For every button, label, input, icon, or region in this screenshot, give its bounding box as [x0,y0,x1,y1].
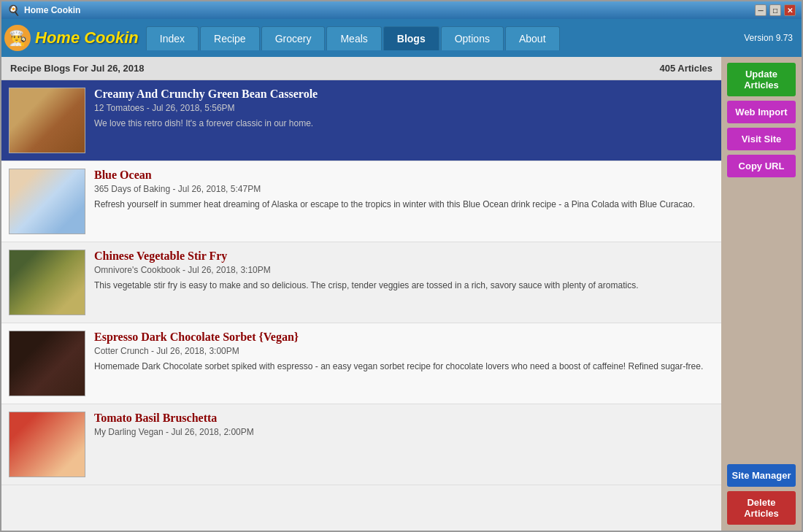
article-item[interactable]: Tomato Basil Bruschetta My Darling Vegan… [1,404,721,485]
app-icon: 🍳 [7,4,20,16]
version-text: Version 9.73 [744,33,799,43]
main-panel: Recipe Blogs For Jul 26, 2018 405 Articl… [1,57,721,531]
article-meta: Omnivore's Cookbook - Jul 26, 2018, 3:10… [94,265,714,275]
update-articles-button[interactable]: Update Articles [727,63,796,96]
panel-title: Recipe Blogs For Jul 26, 2018 [10,63,145,74]
tab-blogs[interactable]: Blogs [383,26,439,50]
tab-about[interactable]: About [505,26,560,50]
article-item[interactable]: Chinese Vegetable Stir Fry Omnivore's Co… [1,242,721,323]
article-meta: Cotter Crunch - Jul 26, 2018, 3:00PM [94,346,714,356]
site-manager-button[interactable]: Site Manager [727,464,796,487]
article-title: Creamy And Crunchy Green Bean Casserole [94,88,714,101]
nav-tabs: Index Recipe Grocery Meals Blogs Options… [146,26,560,50]
article-item[interactable]: Creamy And Crunchy Green Bean Casserole … [1,80,721,161]
article-meta: 365 Days of Baking - Jul 26, 2018, 5:47P… [94,184,714,194]
article-content: Espresso Dark Chocolate Sorbet {Vegan} C… [94,331,714,373]
web-import-button[interactable]: Web Import [727,101,796,123]
tab-index[interactable]: Index [146,26,199,50]
article-thumbnail [9,412,85,477]
app-logo: 👨‍🍳 Home Cookin [4,25,139,51]
app-window: 🍳 Home Cookin ─ □ ✕ 👨‍🍳 Home Cookin Inde… [0,0,803,532]
title-bar: 🍳 Home Cookin ─ □ ✕ [1,1,802,19]
minimize-button[interactable]: ─ [755,4,766,16]
article-title: Chinese Vegetable Stir Fry [94,250,714,263]
maximize-button[interactable]: □ [769,4,781,16]
menu-bar: 👨‍🍳 Home Cookin Index Recipe Grocery Mea… [1,19,802,57]
article-thumbnail [9,250,85,315]
app-title: Home Cookin [35,28,139,47]
delete-articles-button[interactable]: Delete Articles [727,491,796,525]
article-content: Blue Ocean 365 Days of Baking - Jul 26, … [94,169,714,211]
content-area: Recipe Blogs For Jul 26, 2018 405 Articl… [1,57,802,531]
article-list[interactable]: Creamy And Crunchy Green Bean Casserole … [1,80,721,531]
window-controls: ─ □ ✕ [755,4,796,16]
article-content: Creamy And Crunchy Green Bean Casserole … [94,88,714,130]
article-thumbnail [9,169,85,234]
article-meta: My Darling Vegan - Jul 26, 2018, 2:00PM [94,427,714,437]
right-sidebar: Update Articles Web Import Visit Site Co… [721,57,802,531]
visit-site-button[interactable]: Visit Site [727,128,796,150]
article-desc: Refresh yourself in summer heat dreaming… [94,198,714,211]
tab-meals[interactable]: Meals [326,26,381,50]
article-list-wrapper: Creamy And Crunchy Green Bean Casserole … [1,80,721,531]
article-thumbnail [9,88,85,153]
article-desc: This vegetable stir fry is easy to make … [94,280,714,292]
tab-grocery[interactable]: Grocery [261,26,326,50]
window-title: Home Cookin [24,5,750,15]
article-meta: 12 Tomatoes - Jul 26, 2018, 5:56PM [94,103,714,113]
article-title: Tomato Basil Bruschetta [94,412,714,425]
article-count: 405 Articles [659,63,712,74]
logo-icon: 👨‍🍳 [4,25,31,51]
tab-options[interactable]: Options [441,26,504,50]
article-item[interactable]: Espresso Dark Chocolate Sorbet {Vegan} C… [1,323,721,404]
close-button[interactable]: ✕ [784,4,796,16]
panel-header: Recipe Blogs For Jul 26, 2018 405 Articl… [1,57,721,80]
article-title: Espresso Dark Chocolate Sorbet {Vegan} [94,331,714,344]
sidebar-spacer [727,182,796,460]
article-desc: Homemade Dark Chocolate sorbet spiked wi… [94,361,714,373]
article-item[interactable]: Blue Ocean 365 Days of Baking - Jul 26, … [1,161,721,242]
copy-url-button[interactable]: Copy URL [727,155,796,177]
article-desc: We love this retro dish! It's a forever … [94,117,714,130]
article-content: Tomato Basil Bruschetta My Darling Vegan… [94,412,714,442]
tab-recipe[interactable]: Recipe [200,26,260,50]
article-title: Blue Ocean [94,169,714,182]
article-thumbnail [9,331,85,396]
article-content: Chinese Vegetable Stir Fry Omnivore's Co… [94,250,714,292]
